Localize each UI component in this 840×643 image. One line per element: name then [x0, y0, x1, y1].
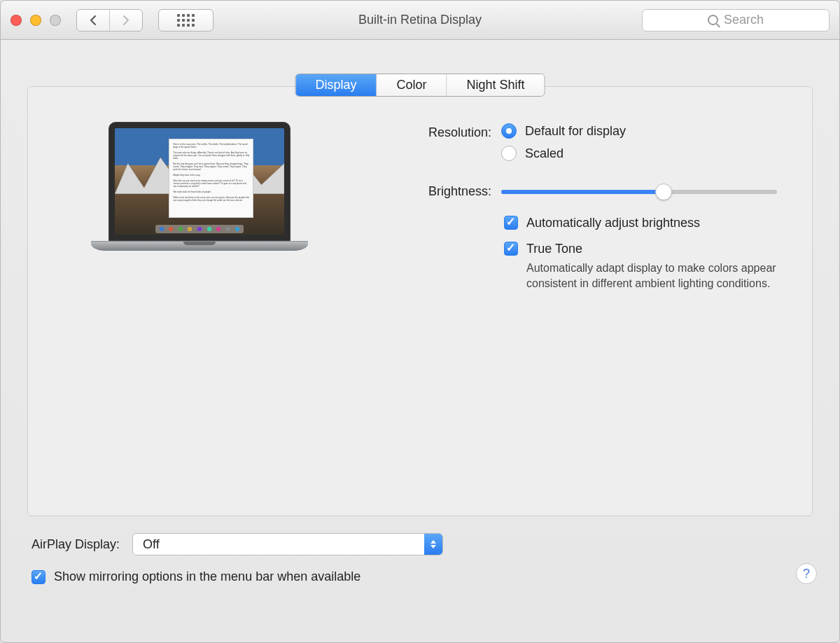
mirroring-label: Show mirroring options in the menu bar w… — [54, 569, 360, 584]
airplay-label: AirPlay Display: — [31, 537, 120, 552]
close-window-button[interactable] — [10, 15, 22, 26]
airplay-row: AirPlay Display: Off — [31, 533, 808, 555]
nav-buttons — [76, 9, 143, 32]
airplay-dropdown[interactable]: Off — [132, 533, 443, 555]
show-all-button[interactable] — [158, 9, 214, 32]
radio-icon — [501, 146, 517, 161]
radio-label: Default for display — [525, 124, 626, 139]
footer: AirPlay Display: Off Show mirroring opti… — [1, 516, 839, 600]
tab-display[interactable]: Display — [295, 74, 377, 96]
slider-thumb[interactable] — [655, 184, 672, 200]
display-settings: Resolution: Default for display Scaled — [392, 123, 777, 303]
back-button[interactable] — [77, 10, 110, 31]
search-input[interactable]: Search — [642, 9, 830, 32]
resolution-scaled-radio[interactable]: Scaled — [501, 146, 777, 161]
resolution-label: Resolution: — [392, 123, 501, 168]
check-icon — [31, 570, 46, 584]
radio-icon — [501, 123, 517, 139]
mirroring-checkbox[interactable]: Show mirroring options in the menu bar w… — [31, 569, 808, 584]
settings-panel: Here's to the crazy ones. The misfits. T… — [27, 86, 813, 516]
search-icon — [708, 15, 718, 25]
radio-label: Scaled — [525, 146, 564, 161]
chevron-updown-icon — [424, 534, 442, 555]
resolution-row: Resolution: Default for display Scaled — [392, 123, 777, 168]
brightness-row: Brightness: — [392, 182, 777, 202]
zoom-window-button — [50, 15, 61, 26]
check-icon — [504, 216, 518, 230]
search-placeholder: Search — [724, 13, 764, 27]
tab-night-shift[interactable]: Night Shift — [447, 74, 545, 96]
true-tone-label: True Tone — [526, 242, 777, 256]
help-button[interactable]: ? — [796, 563, 817, 584]
auto-brightness-label: Automatically adjust brightness — [526, 216, 700, 230]
tab-bar: Display Color Night Shift — [295, 74, 545, 97]
window-title: Built-in Retina Display — [358, 13, 482, 27]
true-tone-description: Automatically adapt display to make colo… — [526, 261, 777, 292]
brightness-slider[interactable] — [501, 182, 777, 202]
main-content: Display Color Night Shift Here's to the … — [1, 40, 839, 642]
check-icon — [504, 242, 518, 256]
window-controls — [10, 15, 61, 26]
auto-brightness-checkbox[interactable]: Automatically adjust brightness — [504, 216, 777, 230]
airplay-value: Off — [143, 537, 160, 552]
forward-button — [110, 10, 142, 31]
titlebar: Built-in Retina Display Search — [1, 1, 839, 40]
minimize-window-button[interactable] — [30, 15, 41, 26]
true-tone-checkbox[interactable]: True Tone Automatically adapt display to… — [504, 242, 777, 292]
resolution-default-radio[interactable]: Default for display — [501, 123, 777, 139]
tab-color[interactable]: Color — [377, 74, 447, 96]
brightness-label: Brightness: — [392, 182, 501, 202]
slider-fill — [501, 190, 664, 194]
preferences-window: Built-in Retina Display Search Display C… — [0, 0, 840, 643]
grid-icon — [177, 14, 195, 27]
display-preview-image: Here's to the crazy ones. The misfits. T… — [91, 122, 308, 251]
